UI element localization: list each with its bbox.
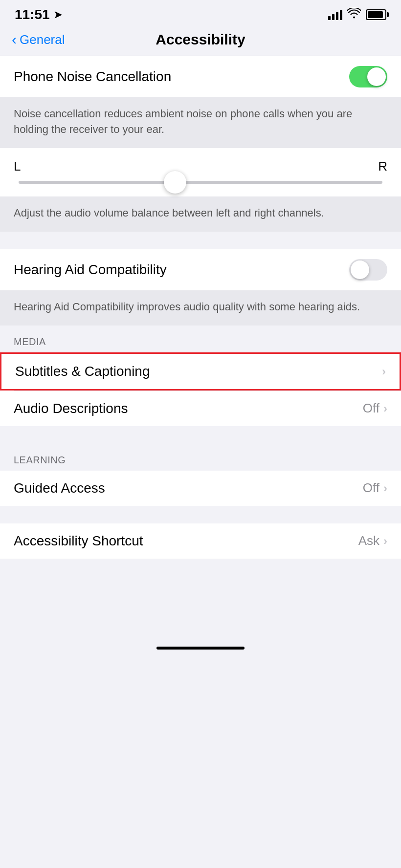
accessibility-shortcut-value: Ask bbox=[358, 533, 379, 548]
media-section: Subtitles & Captioning › Audio Descripti… bbox=[0, 352, 401, 426]
hearing-aid-compatibility-description-text: Hearing Aid Compatibility improves audio… bbox=[14, 301, 360, 313]
audio-descriptions-value: Off bbox=[363, 401, 379, 416]
audio-descriptions-chevron-icon: › bbox=[383, 402, 387, 415]
media-section-header: MEDIA bbox=[0, 326, 401, 352]
accessibility-shortcut-chevron-icon: › bbox=[383, 534, 387, 548]
back-button[interactable]: ‹ General bbox=[12, 31, 65, 48]
hearing-aid-section: Hearing Aid Compatibility bbox=[0, 249, 401, 290]
subtitles-captioning-row[interactable]: Subtitles & Captioning › bbox=[0, 352, 401, 391]
phone-noise-cancellation-description-text: Noise cancellation reduces ambient noise… bbox=[14, 108, 352, 135]
guided-access-row[interactable]: Guided Access Off › bbox=[0, 471, 401, 506]
audio-descriptions-right: Off › bbox=[363, 401, 387, 416]
section-gap-1 bbox=[0, 232, 401, 249]
location-arrow-icon: ➤ bbox=[54, 9, 62, 21]
accessibility-shortcut-section: Accessibility Shortcut Ask › bbox=[0, 523, 401, 559]
section-gap-3 bbox=[0, 506, 401, 523]
nav-bar: ‹ General Accessibility bbox=[0, 27, 401, 56]
toggle-knob bbox=[367, 67, 386, 86]
slider-left-label: L bbox=[14, 159, 21, 174]
back-chevron-icon: ‹ bbox=[12, 31, 17, 48]
status-icons bbox=[328, 8, 386, 22]
battery-icon bbox=[366, 9, 386, 20]
bottom-spacer bbox=[0, 559, 401, 637]
guided-access-chevron-icon: › bbox=[383, 481, 387, 495]
media-header-text: MEDIA bbox=[14, 336, 46, 347]
hearing-aid-compatibility-description: Hearing Aid Compatibility improves audio… bbox=[0, 290, 401, 326]
subtitles-chevron-right-icon: › bbox=[382, 365, 386, 378]
home-indicator bbox=[0, 637, 401, 654]
toggle-knob-2 bbox=[351, 260, 369, 279]
subtitles-captioning-right: › bbox=[382, 365, 386, 378]
wifi-icon bbox=[347, 8, 361, 22]
accessibility-shortcut-right: Ask › bbox=[358, 533, 387, 548]
status-bar: 11:51 ➤ bbox=[0, 0, 401, 27]
audio-balance-section: L R bbox=[0, 148, 401, 196]
section-gap-2 bbox=[0, 426, 401, 444]
slider-labels: L R bbox=[14, 159, 387, 174]
audio-balance-description-text: Adjust the audio volume balance between … bbox=[14, 207, 324, 219]
phone-noise-cancellation-label: Phone Noise Cancellation bbox=[14, 69, 171, 85]
guided-access-right: Off › bbox=[363, 480, 387, 496]
guided-access-value: Off bbox=[363, 480, 379, 496]
phone-noise-cancellation-section: Phone Noise Cancellation bbox=[0, 56, 401, 97]
accessibility-shortcut-row[interactable]: Accessibility Shortcut Ask › bbox=[0, 523, 401, 559]
phone-noise-cancellation-toggle[interactable] bbox=[349, 66, 387, 87]
phone-noise-cancellation-row[interactable]: Phone Noise Cancellation bbox=[0, 56, 401, 97]
hearing-aid-compatibility-toggle[interactable] bbox=[349, 259, 387, 281]
slider-right-label: R bbox=[378, 159, 387, 174]
slider-thumb[interactable] bbox=[164, 171, 186, 194]
status-time: 11:51 bbox=[15, 7, 50, 22]
audio-descriptions-label: Audio Descriptions bbox=[14, 401, 128, 416]
audio-balance-slider[interactable] bbox=[19, 181, 382, 184]
learning-section-header: LEARNING bbox=[0, 444, 401, 471]
audio-balance-description: Adjust the audio volume balance between … bbox=[0, 196, 401, 232]
subtitles-captioning-label: Subtitles & Captioning bbox=[15, 364, 150, 379]
hearing-aid-compatibility-row[interactable]: Hearing Aid Compatibility bbox=[0, 249, 401, 290]
guided-access-label: Guided Access bbox=[14, 480, 105, 496]
page-title: Accessibility bbox=[156, 31, 245, 48]
hearing-aid-compatibility-label: Hearing Aid Compatibility bbox=[14, 262, 167, 278]
home-bar bbox=[156, 647, 245, 650]
phone-noise-cancellation-description: Noise cancellation reduces ambient noise… bbox=[0, 97, 401, 148]
back-label: General bbox=[20, 32, 65, 47]
signal-bars-icon bbox=[328, 9, 342, 20]
audio-descriptions-row[interactable]: Audio Descriptions Off › bbox=[0, 391, 401, 426]
learning-section: Guided Access Off › bbox=[0, 471, 401, 506]
learning-header-text: LEARNING bbox=[14, 455, 66, 465]
accessibility-shortcut-label: Accessibility Shortcut bbox=[14, 533, 143, 549]
